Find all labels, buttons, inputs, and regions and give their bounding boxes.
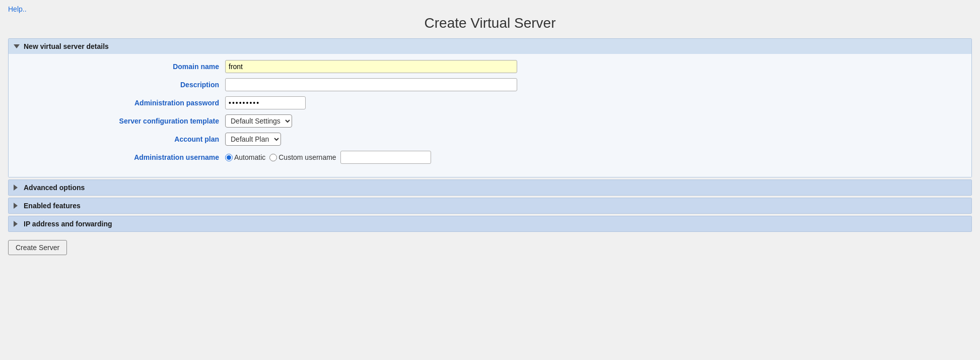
chevron-right-icon-features [14, 202, 21, 209]
admin-password-input[interactable] [225, 96, 306, 109]
section-new-virtual-server: New virtual server details Domain name D… [8, 38, 972, 177]
chevron-right-icon-ip [14, 220, 21, 227]
form-control-account-plan: Default Plan [225, 133, 527, 146]
section-advanced-options: Advanced options [8, 179, 972, 196]
section-header-enabled-features[interactable]: Enabled features [9, 198, 971, 213]
page-title: Create Virtual Server [8, 15, 972, 31]
section-enabled-features: Enabled features [8, 198, 972, 214]
section-header-ip-address[interactable]: IP address and forwarding [9, 216, 971, 231]
help-link[interactable]: Help.. [8, 5, 27, 13]
section-title-ip-address: IP address and forwarding [24, 220, 112, 228]
custom-username-input[interactable] [340, 151, 431, 164]
form-control-admin-username: Automatic Custom username [225, 151, 527, 164]
form-control-domain-name [225, 60, 527, 73]
section-title-advanced-options: Advanced options [24, 184, 85, 192]
form-row-domain-name: Domain name [9, 60, 971, 73]
chevron-down-icon [14, 43, 21, 50]
section-body-new-virtual-server: Domain name Description Administration p… [9, 54, 971, 177]
form-row-server-config: Server configuration template Default Se… [9, 114, 971, 128]
account-plan-select[interactable]: Default Plan [225, 133, 281, 146]
radio-custom[interactable] [269, 154, 277, 161]
label-description: Description [14, 81, 225, 89]
label-server-config: Server configuration template [14, 117, 225, 125]
label-account-plan: Account plan [14, 135, 225, 143]
section-header-new-virtual-server[interactable]: New virtual server details [9, 39, 971, 54]
form-control-admin-password [225, 96, 527, 109]
radio-custom-label: Custom username [278, 153, 336, 161]
section-title-enabled-features: Enabled features [24, 202, 81, 210]
page-container: Help.. Create Virtual Server New virtual… [0, 0, 980, 360]
section-ip-address: IP address and forwarding [8, 216, 972, 232]
label-domain-name: Domain name [14, 63, 225, 71]
create-server-button[interactable]: Create Server [8, 240, 67, 255]
radio-automatic-label: Automatic [234, 153, 265, 161]
domain-name-input[interactable] [225, 60, 517, 73]
form-row-admin-password: Administration password [9, 96, 971, 109]
form-control-description [225, 78, 527, 91]
form-control-server-config: Default Settings [225, 114, 527, 128]
form-row-account-plan: Account plan Default Plan [9, 133, 971, 146]
section-title-new-virtual-server: New virtual server details [24, 42, 109, 50]
section-header-advanced-options[interactable]: Advanced options [9, 180, 971, 195]
label-admin-username: Administration username [14, 153, 225, 161]
form-row-admin-username: Administration username Automatic Custom… [9, 151, 971, 164]
form-row-description: Description [9, 78, 971, 91]
description-input[interactable] [225, 78, 517, 91]
server-config-select[interactable]: Default Settings [225, 114, 292, 128]
radio-label-automatic[interactable]: Automatic [225, 153, 265, 161]
radio-label-custom[interactable]: Custom username [269, 153, 336, 161]
label-admin-password: Administration password [14, 99, 225, 107]
chevron-right-icon-advanced [14, 184, 21, 191]
radio-automatic[interactable] [225, 154, 233, 161]
